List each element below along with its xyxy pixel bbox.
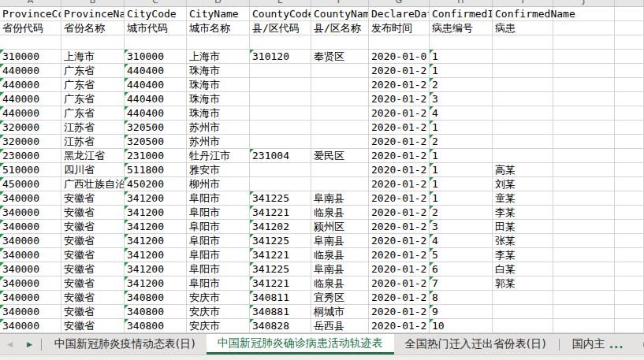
cell-confirmed-name[interactable]	[493, 319, 553, 333]
cell-county-code[interactable]	[250, 35, 311, 50]
cell-confirmed-name[interactable]	[493, 106, 553, 121]
cell-province-name[interactable]: 上海市	[61, 50, 125, 64]
cell-city-code[interactable]: 340800	[125, 291, 187, 305]
cell-county-name[interactable]	[311, 64, 369, 78]
cell-city-code[interactable]: 341200	[125, 262, 187, 276]
cell-city-name[interactable]: 苏州市	[187, 135, 250, 149]
cell-province-code[interactable]: 340000	[0, 248, 61, 262]
cell-county-code[interactable]: 231004	[250, 149, 311, 163]
cell-confirmed-id[interactable]: 10	[430, 319, 493, 333]
cell-city-name[interactable]: 阜阳市	[187, 234, 250, 248]
prev-sheet-arrow-icon[interactable]: ◀	[0, 341, 20, 348]
cell-declare-date[interactable]: 2020-01-2	[369, 248, 430, 262]
cell-confirmed-id[interactable]: 5	[430, 248, 493, 262]
column-header-H[interactable]: H	[430, 0, 493, 7]
cell-county-name[interactable]: CountyName	[311, 7, 369, 21]
cell-county-code[interactable]: 341225	[250, 191, 311, 206]
cell-county-name[interactable]	[311, 106, 369, 121]
cell-confirmed-id[interactable]: 病患编号	[430, 21, 493, 35]
cell-city-name[interactable]: 柳州市	[187, 177, 250, 191]
cell-province-name[interactable]: 江苏省	[61, 121, 125, 135]
cell-county-code[interactable]: 340828	[250, 319, 311, 333]
column-header-C[interactable]: C	[125, 0, 187, 7]
cell-confirmed-id[interactable]: 4	[430, 234, 493, 248]
cell-confirmed-name[interactable]	[493, 305, 553, 319]
cell-city-name[interactable]: 城市名称	[187, 21, 250, 35]
column-header-E[interactable]: E	[250, 0, 311, 7]
cell-county-name[interactable]: 临泉县	[311, 248, 369, 262]
cell-province-name[interactable]: 安徽省	[61, 220, 125, 234]
cell-declare-date[interactable]: 2020-01-2	[369, 234, 430, 248]
cell-province-name[interactable]: 黑龙江省	[61, 149, 125, 163]
cell-county-name[interactable]: 临泉县	[311, 206, 369, 220]
cell-city-name[interactable]	[187, 35, 250, 50]
cell-city-name[interactable]: 珠海市	[187, 78, 250, 92]
cell-confirmed-name[interactable]	[493, 121, 553, 135]
cell-empty-k[interactable]	[615, 276, 644, 291]
cell-empty-k[interactable]	[615, 191, 644, 206]
cell-empty-k[interactable]	[615, 78, 644, 92]
cell-empty-k[interactable]	[615, 21, 644, 35]
next-sheet-arrow-icon[interactable]: ▶	[20, 341, 39, 348]
cell-confirmed-name[interactable]: 病患	[493, 21, 553, 35]
cell-empty-j[interactable]	[553, 291, 615, 305]
cell-city-code[interactable]: 341200	[125, 191, 187, 206]
cell-confirmed-id[interactable]: 1	[430, 177, 493, 191]
cell-city-code[interactable]: 320500	[125, 135, 187, 149]
cell-empty-k[interactable]	[615, 234, 644, 248]
cell-empty-j[interactable]	[553, 35, 615, 50]
cell-confirmed-name[interactable]: 李某	[493, 206, 553, 220]
cell-empty-k[interactable]	[615, 35, 644, 50]
cell-empty-j[interactable]	[553, 50, 615, 64]
column-header-B[interactable]: B	[61, 0, 125, 7]
cell-county-name[interactable]	[311, 35, 369, 50]
cell-city-name[interactable]: 上海市	[187, 50, 250, 64]
cell-province-code[interactable]: 340000	[0, 191, 61, 206]
cell-county-code[interactable]	[250, 64, 311, 78]
cell-confirmed-id[interactable]: 2	[430, 78, 493, 92]
cell-province-name[interactable]: 安徽省	[61, 319, 125, 333]
cell-city-name[interactable]: 阜阳市	[187, 220, 250, 234]
cell-county-name[interactable]	[311, 163, 369, 177]
cell-confirmed-id[interactable]: 1	[430, 149, 493, 163]
cell-empty-k[interactable]	[615, 220, 644, 234]
cell-empty-j[interactable]	[553, 220, 615, 234]
column-header-I[interactable]: I	[493, 0, 553, 7]
cell-empty-k[interactable]	[615, 106, 644, 121]
cell-empty-j[interactable]	[553, 149, 615, 163]
cell-city-code[interactable]: 城市代码	[125, 21, 187, 35]
column-header-D[interactable]: D	[187, 0, 250, 7]
cell-empty-j[interactable]	[553, 276, 615, 291]
cell-confirmed-id[interactable]: 4	[430, 106, 493, 121]
cell-county-name[interactable]: 阜南县	[311, 262, 369, 276]
cell-city-code[interactable]: 341200	[125, 206, 187, 220]
cell-province-code[interactable]: 310000	[0, 50, 61, 64]
cell-city-name[interactable]: 安庆市	[187, 291, 250, 305]
cell-city-code[interactable]: 341200	[125, 220, 187, 234]
cell-empty-j[interactable]	[553, 262, 615, 276]
cell-empty-j[interactable]	[553, 135, 615, 149]
cell-empty-j[interactable]	[553, 163, 615, 177]
cell-declare-date[interactable]: 2020-01-0	[369, 50, 430, 64]
cell-city-name[interactable]: 珠海市	[187, 106, 250, 121]
cell-county-name[interactable]: 宜秀区	[311, 291, 369, 305]
cell-province-name[interactable]: 江苏省	[61, 135, 125, 149]
cell-province-name[interactable]: 四川省	[61, 163, 125, 177]
cell-confirmed-name[interactable]	[493, 64, 553, 78]
cell-confirmed-name[interactable]: 白某	[493, 262, 553, 276]
cell-declare-date[interactable]: 2020-01-2	[369, 305, 430, 319]
cell-county-code[interactable]	[250, 78, 311, 92]
column-header-partial[interactable]	[615, 0, 644, 7]
cell-province-code[interactable]: 440000	[0, 106, 61, 121]
cell-confirmed-id[interactable]: 1	[430, 191, 493, 206]
cell-province-name[interactable]: 广东省	[61, 106, 125, 121]
cell-province-name[interactable]: 安徽省	[61, 276, 125, 291]
cell-declare-date[interactable]: 2020-01-2	[369, 149, 430, 163]
cell-city-code[interactable]: 440400	[125, 78, 187, 92]
cell-confirmed-id[interactable]: 1	[430, 64, 493, 78]
cell-empty-k[interactable]	[615, 135, 644, 149]
cell-province-code[interactable]: 340000	[0, 305, 61, 319]
cell-county-code[interactable]: 340881	[250, 305, 311, 319]
cell-county-code[interactable]	[250, 92, 311, 106]
cell-confirmed-id[interactable]: 3	[430, 92, 493, 106]
